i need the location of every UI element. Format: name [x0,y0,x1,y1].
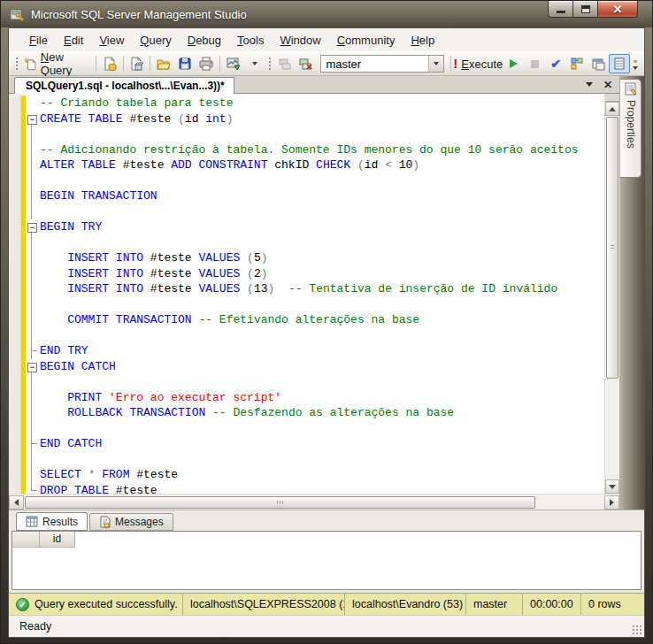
scroll-right-button[interactable] [604,495,619,510]
scroll-up-button[interactable] [605,102,619,116]
query-window-icon [591,57,605,71]
autohide-strip: Properties [619,76,644,510]
menu-help[interactable]: Help [403,30,442,50]
debug-button[interactable] [503,54,524,73]
toolbar-grip[interactable] [268,57,272,71]
horizontal-scrollbar[interactable] [9,494,619,510]
activity-monitor-icon [227,57,241,71]
code-line: BEGIN TRY [9,219,604,235]
estimated-plan-button[interactable] [566,54,588,73]
scroll-left-button[interactable] [9,495,24,510]
grid-corner-cell[interactable] [12,532,40,548]
connect-button[interactable] [274,54,296,73]
properties-icon [624,82,638,96]
outline-margin [26,96,40,111]
outline-collapse-box[interactable] [26,219,40,235]
menu-query[interactable]: Query [132,30,179,50]
outline-margin [26,312,40,328]
new-query-label: New Query [41,50,89,77]
code-line: INSERT INTO #teste VALUES (13) -- Tentat… [9,281,604,297]
results-tab-label: Results [42,516,78,528]
menu-window[interactable]: Window [272,30,328,50]
status-duration: 00:00:00 [522,594,580,615]
save-button[interactable] [174,54,196,73]
outline-margin [26,157,40,173]
close-button[interactable]: ✕ [598,1,638,18]
query-statusbar: ✓Query executed successfully.localhost\S… [9,593,644,615]
grid-column-header-id[interactable]: id [40,532,75,548]
code-line [9,452,604,468]
new-query-button[interactable]: New Query [21,54,92,73]
stop-icon [531,60,539,68]
resize-grip[interactable] [631,624,642,635]
code-line: INSERT INTO #teste VALUES (5) [9,250,604,266]
chevron-down-icon [633,66,638,70]
combobox-dropdown-button[interactable] [428,56,443,72]
results-grid[interactable]: id [12,531,641,590]
execute-button[interactable]: ! Execute [453,54,503,73]
app-window: Microsoft SQL Server Management Studio ✕… [0,0,653,644]
available-databases-combobox[interactable]: master [320,55,443,73]
menu-view[interactable]: View [91,30,132,50]
document-tab[interactable]: SQLQuery1.sql - localhost\...\Evan...3))… [14,77,234,94]
scroll-down-button[interactable] [605,479,619,494]
close-tab-icon[interactable]: ✕ [603,80,612,90]
splitter-handle[interactable] [605,94,619,102]
cancel-query-button[interactable] [524,54,545,73]
menu-file[interactable]: File [21,30,56,50]
chevron-down-icon [434,62,439,65]
code-line: BEGIN TRANSACTION [9,188,604,204]
minimize-icon [557,11,565,13]
document-tab-title: SQLQuery1.sql - localhost\...\Evan...3))… [26,80,225,92]
database-engine-query-button[interactable] [99,54,120,73]
toolbar-grip[interactable] [15,57,19,71]
vertical-scrollbar[interactable] [604,94,619,494]
open-file-button[interactable] [153,54,174,73]
outline-margin [26,188,40,204]
tab-results[interactable]: Results [16,512,88,531]
success-icon: ✓ [16,598,29,611]
toolbar-overflow-button[interactable]: » [630,58,641,70]
outline-collapse-box[interactable] [26,111,40,127]
parse-button[interactable]: ✔ [545,54,566,73]
properties-tab[interactable]: Properties [619,79,641,178]
horizontal-scroll-thumb[interactable] [25,496,535,509]
chevron-right-icon: » [634,58,637,65]
code-line: SELECT * FROM #teste [9,467,604,483]
results-to-grid-button[interactable] [609,54,630,73]
menu-debug[interactable]: Debug [180,30,229,50]
active-files-dropdown-icon[interactable] [586,82,593,87]
toolbar-options-dropdown[interactable] [244,54,265,73]
titlebar[interactable]: Microsoft SQL Server Management Studio ✕ [1,1,652,27]
code-line: ROLLBACK TRANSACTION -- Desfazendo as al… [9,405,604,421]
save-icon [178,57,192,71]
open-folder-icon [157,57,171,71]
activity-monitor-button[interactable] [223,54,244,73]
query-options-button[interactable] [588,54,609,73]
code-line [9,173,604,189]
tab-messages[interactable]: Messages [89,513,173,531]
outline-margin [26,266,40,282]
minimize-button[interactable] [548,1,573,18]
execute-icon: ! [453,58,457,70]
outline-margin [26,421,40,437]
menu-community[interactable]: Community [329,30,403,50]
sql-code-editor[interactable]: -- Criando tabela para testeCREATE TABLE… [9,94,604,494]
menu-edit[interactable]: Edit [56,30,91,50]
menu-tools[interactable]: Tools [229,30,272,50]
new-query-icon [25,57,37,71]
disconnect-button[interactable] [296,54,317,73]
status-query-status: ✓Query executed successfully. [9,594,182,615]
restore-button[interactable] [573,1,598,18]
outline-margin [26,235,40,251]
code-line: ALTER TABLE #teste ADD CONSTRAINT chkID … [9,157,604,173]
triangle-right-icon [610,499,614,506]
outline-margin [26,173,40,189]
outline-collapse-box[interactable] [26,359,40,375]
analysis-query-button[interactable] [126,54,147,73]
code-line [9,235,604,251]
status-rowcount: 0 rows [580,594,644,615]
code-line: -- Criando tabela para teste [9,96,604,111]
vertical-scroll-thumb[interactable] [606,117,618,379]
print-button[interactable] [196,54,217,73]
